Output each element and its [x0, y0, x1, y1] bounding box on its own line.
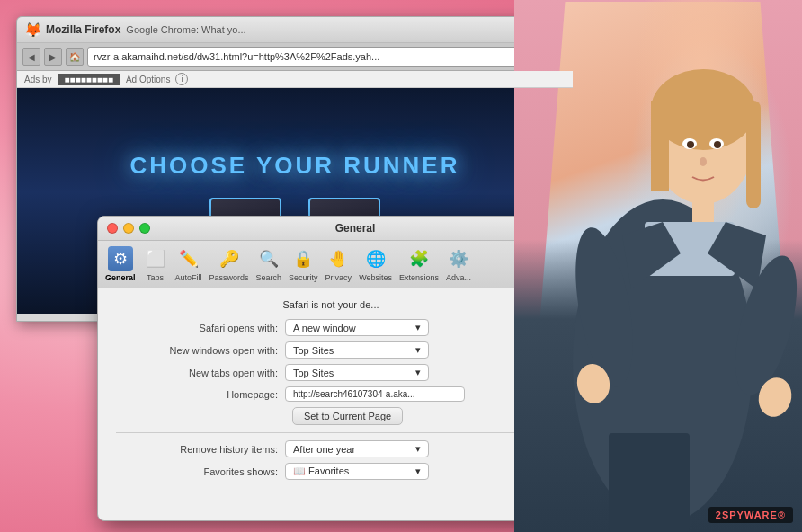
- watermark-prefix: 2: [716, 510, 722, 520]
- new-tabs-label: New tabs open with:: [116, 368, 278, 378]
- svg-rect-3: [651, 101, 669, 191]
- safari-not-default-notice: Safari is not your de...: [116, 299, 546, 310]
- watermark: 2SPYWARE®: [708, 507, 793, 523]
- remove-history-label: Remove history items:: [116, 444, 278, 455]
- safari-general-tab[interactable]: ⚙ General: [105, 246, 136, 282]
- safari-maximize-button[interactable]: [139, 223, 150, 234]
- security-icon: 🔒: [290, 246, 316, 271]
- safari-titlebar: General: [98, 217, 564, 241]
- back-button[interactable]: ◀: [22, 48, 40, 66]
- safari-opens-with-dropdown[interactable]: A new window ▾: [285, 319, 429, 336]
- homepage-label: Homepage:: [116, 389, 278, 400]
- address-bar[interactable]: rvzr-a.akamaihd.net/sd/dw31.html?u=http%…: [87, 47, 549, 66]
- address-text: rvzr-a.akamaihd.net/sd/dw31.html?u=http%…: [94, 51, 379, 62]
- svg-point-18: [700, 157, 707, 166]
- safari-content: Safari is not your de... Safari opens wi…: [98, 288, 564, 496]
- favorites-shows-value: 📖 Favorites: [293, 466, 349, 477]
- firefox-app-title: Mozilla Firefox: [46, 23, 120, 36]
- new-tabs-open-with-row: New tabs open with: Top Sites ▾: [116, 364, 546, 381]
- tabs-label: Tabs: [147, 273, 164, 282]
- forward-button[interactable]: ▶: [44, 48, 62, 66]
- security-label: Security: [289, 273, 318, 282]
- safari-advanced-tab[interactable]: ⚙️ Adva...: [446, 246, 471, 282]
- search-icon: 🔍: [256, 246, 281, 271]
- safari-dialog-title: General: [156, 222, 555, 235]
- remove-history-value: After one year: [293, 444, 355, 455]
- firefox-toolbar: ◀ ▶ 🏠 rvzr-a.akamaihd.net/sd/dw31.html?u…: [17, 43, 573, 71]
- dropdown-chevron-icon-2: ▾: [415, 344, 421, 356]
- safari-autofill-tab[interactable]: ✏️ AutoFill: [175, 246, 202, 282]
- remove-history-row: Remove history items: After one year ▾: [116, 440, 546, 457]
- new-windows-label: New windows open with:: [116, 345, 278, 356]
- new-windows-value: Top Sites: [293, 345, 334, 356]
- new-tabs-value: Top Sites: [293, 368, 334, 378]
- safari-toolbar: ⚙ General ⬜ Tabs ✏️ AutoFill 🔑 Passwords…: [98, 241, 564, 288]
- firefox-icon: 🦊: [24, 22, 40, 38]
- privacy-label: Privacy: [325, 273, 352, 282]
- safari-dialog: General ⚙ General ⬜ Tabs ✏️ AutoFill 🔑 P…: [97, 216, 565, 521]
- websites-icon: 🌐: [363, 246, 388, 271]
- ads-label: Ads by: [24, 75, 52, 84]
- info-icon[interactable]: i: [175, 73, 188, 85]
- game-title: CHOOSE YOUR RUNNER: [129, 152, 459, 180]
- safari-security-tab[interactable]: 🔒 Security: [289, 246, 318, 282]
- extensions-icon: 🧩: [406, 246, 432, 271]
- passwords-label: Passwords: [209, 273, 249, 282]
- settings-divider: [116, 432, 546, 433]
- safari-passwords-tab[interactable]: 🔑 Passwords: [209, 246, 249, 282]
- remove-history-dropdown[interactable]: After one year ▾: [285, 440, 429, 457]
- svg-rect-4: [746, 101, 761, 208]
- safari-tabs-tab[interactable]: ⬜ Tabs: [143, 246, 168, 282]
- firefox-tab-title: Google Chrome: What yo...: [126, 24, 519, 35]
- safari-search-tab[interactable]: 🔍 Search: [256, 246, 282, 282]
- firefox-titlebar: 🦊 Mozilla Firefox Google Chrome: What yo…: [17, 17, 573, 43]
- passwords-icon: 🔑: [217, 246, 242, 271]
- safari-privacy-tab[interactable]: 🤚 Privacy: [325, 246, 352, 282]
- svg-point-17: [714, 141, 721, 148]
- favorites-shows-row: Favorites shows: 📖 Favorites ▾: [116, 463, 546, 480]
- watermark-suffix: ®: [778, 510, 786, 520]
- tabs-icon: ⬜: [143, 246, 168, 271]
- autofill-icon: ✏️: [176, 246, 201, 271]
- websites-label: Websites: [359, 273, 392, 282]
- homepage-field[interactable]: http://search46107304-a.aka...: [285, 386, 465, 402]
- dropdown-chevron-icon-4: ▾: [415, 443, 421, 455]
- safari-opens-with-label: Safari opens with:: [116, 323, 278, 333]
- advertiser-name: ■■■■■■■■■: [58, 74, 120, 85]
- general-icon: ⚙: [108, 246, 133, 271]
- ads-bar: Ads by ■■■■■■■■■ Ad Options i: [17, 71, 573, 88]
- extensions-label: Extensions: [399, 273, 439, 282]
- set-to-current-page-button[interactable]: Set to Current Page: [292, 407, 403, 425]
- autofill-label: AutoFill: [175, 273, 202, 282]
- svg-rect-13: [609, 433, 690, 532]
- favorites-shows-dropdown[interactable]: 📖 Favorites ▾: [285, 463, 429, 480]
- safari-minimize-button[interactable]: [123, 223, 134, 234]
- ad-options-label: Ad Options: [126, 75, 170, 84]
- dropdown-chevron-icon: ▾: [415, 322, 421, 333]
- general-label: General: [105, 273, 136, 282]
- advanced-label: Adva...: [446, 273, 471, 282]
- dropdown-chevron-icon-5: ▾: [415, 466, 421, 477]
- safari-opens-with-value: A new window: [293, 323, 356, 333]
- safari-websites-tab[interactable]: 🌐 Websites: [359, 246, 392, 282]
- set-current-page-row: Set to Current Page: [116, 407, 546, 425]
- new-windows-open-with-row: New windows open with: Top Sites ▾: [116, 341, 546, 359]
- watermark-highlight: SPYWARE: [722, 510, 778, 520]
- favorites-shows-label: Favorites shows:: [116, 466, 278, 477]
- home-button[interactable]: 🏠: [66, 48, 84, 66]
- safari-opens-with-row: Safari opens with: A new window ▾: [116, 319, 546, 336]
- safari-close-button[interactable]: [107, 223, 118, 234]
- new-windows-dropdown[interactable]: Top Sites ▾: [285, 341, 429, 359]
- new-tabs-dropdown[interactable]: Top Sites ▾: [285, 364, 429, 381]
- svg-point-16: [687, 141, 694, 148]
- safari-extensions-tab[interactable]: 🧩 Extensions: [399, 246, 439, 282]
- search-label: Search: [256, 273, 282, 282]
- homepage-row: Homepage: http://search46107304-a.aka...: [116, 386, 546, 402]
- dropdown-chevron-icon-3: ▾: [415, 367, 421, 378]
- advanced-icon: ⚙️: [446, 246, 471, 271]
- privacy-icon: 🤚: [325, 246, 351, 271]
